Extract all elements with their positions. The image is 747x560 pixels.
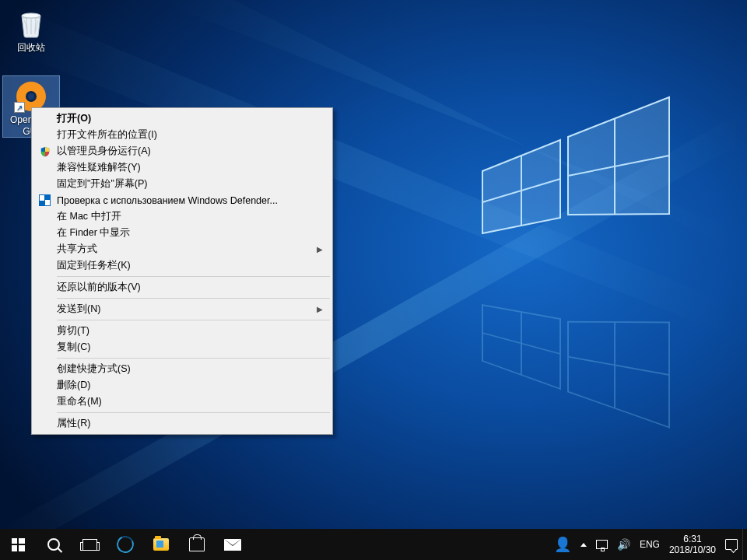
tray-network[interactable] [591,529,612,560]
store-icon [189,537,205,551]
taskbar-explorer[interactable] [143,529,179,560]
menu-restore-versions[interactable]: 还原以前的版本(V) [33,279,331,296]
shortcut-overlay-icon: ↗ [14,102,25,113]
network-icon [596,540,608,549]
menu-open-file-location[interactable]: 打开文件所在的位置(I) [33,127,331,143]
tray-people[interactable]: 👤 [549,529,576,560]
clock-date: 2018/10/30 [669,544,716,555]
ime-label: ENG [640,539,660,550]
tray-ime[interactable]: ENG [635,529,665,560]
menu-create-shortcut[interactable]: 创建快捷方式(S) [33,361,331,377]
tray-overflow[interactable] [576,529,591,560]
menu-separator [57,320,330,320]
menu-open-in-mac[interactable]: 在 Mac 中打开 [33,208,331,225]
show-desktop-button[interactable] [742,529,747,560]
task-view-button[interactable] [72,529,107,560]
edge-icon [114,534,136,555]
menu-separator [57,276,330,277]
menu-run-as-admin[interactable]: 以管理员身份运行(A) [33,143,331,159]
uac-shield-icon [38,145,51,158]
start-button[interactable] [0,529,36,560]
desktop-icon-recycle-bin[interactable]: 回收站 [3,3,59,64]
chevron-up-icon [580,543,587,547]
search-button[interactable] [36,529,72,560]
volume-icon: 🔊 [617,538,630,551]
tray-volume[interactable]: 🔊 [612,529,635,560]
tray-action-center[interactable] [721,529,742,560]
submenu-arrow-icon: ▶ [317,305,323,313]
menu-separator [57,298,330,299]
menu-share-with[interactable]: 共享方式▶ [33,241,331,257]
taskbar-edge[interactable] [107,529,143,560]
menu-delete[interactable]: 删除(D) [33,377,331,394]
tray-clock[interactable]: 6:31 2018/10/30 [665,529,721,560]
desktop[interactable]: 回收站 ↗ OpenVPN GUI 打开(O) 打开文件所在的位置(I) 以管理… [0,0,747,560]
mail-icon [224,539,241,551]
submenu-arrow-icon: ▶ [317,245,323,254]
action-center-icon [725,539,738,550]
taskbar-store[interactable] [179,529,215,560]
menu-reveal-in-finder[interactable]: 在 Finder 中显示 [33,225,331,241]
menu-separator [57,412,330,413]
task-view-icon [82,539,97,551]
menu-open[interactable]: 打开(O) [33,110,331,127]
defender-shield-icon [38,194,51,207]
file-explorer-icon [153,538,169,551]
recycle-bin-icon [14,6,48,40]
taskbar-mail[interactable] [215,529,251,560]
menu-pin-to-start[interactable]: 固定到"开始"屏幕(P) [33,176,331,192]
windows-logo-icon [12,538,25,551]
people-icon: 👤 [554,536,571,553]
svg-point-12 [22,13,40,18]
clock-time: 6:31 [683,534,701,544]
icon-label: 回收站 [17,42,45,53]
menu-troubleshoot-compat[interactable]: 兼容性疑难解答(Y) [33,159,331,176]
context-menu: 打开(O) 打开文件所在的位置(I) 以管理员身份运行(A) 兼容性疑难解答(Y… [31,107,333,435]
search-icon [47,538,60,551]
menu-cut[interactable]: 剪切(T) [33,323,331,339]
menu-pin-to-taskbar[interactable]: 固定到任务栏(K) [33,257,331,274]
menu-send-to[interactable]: 发送到(N)▶ [33,301,331,317]
taskbar: 👤 🔊 ENG 6:31 2018/10/30 [0,529,747,560]
menu-copy[interactable]: 复制(C) [33,339,331,355]
menu-defender-scan[interactable]: Проверка с использованием Windows Defend… [33,192,331,208]
menu-separator [57,358,330,359]
menu-properties[interactable]: 属性(R) [33,415,331,432]
menu-rename[interactable]: 重命名(M) [33,394,331,410]
system-tray: 👤 🔊 ENG 6:31 2018/10/30 [549,529,747,560]
